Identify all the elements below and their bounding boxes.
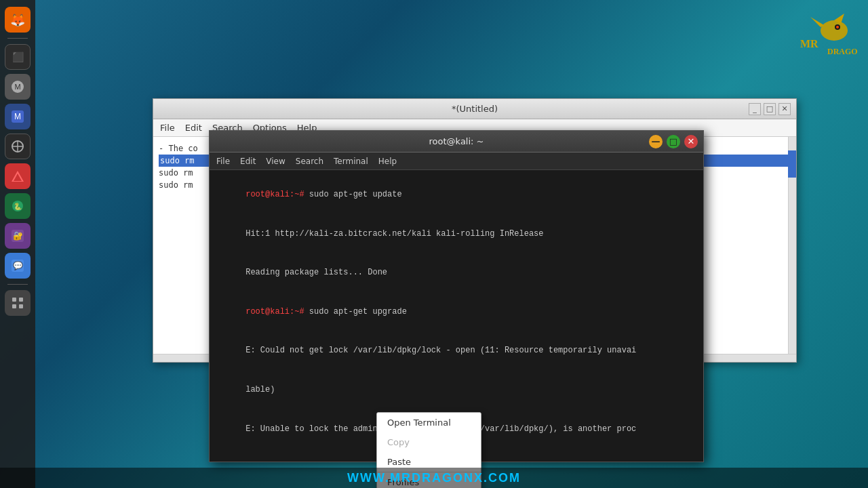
editor-minimize-button[interactable]: _ xyxy=(749,103,761,115)
term-cmd-4: sudo apt-get upgrade xyxy=(309,307,407,317)
svg-point-19 xyxy=(821,20,848,41)
svg-text:M: M xyxy=(14,83,20,91)
logo: MR DRAGON xyxy=(793,7,861,61)
editor-close-button[interactable]: ✕ xyxy=(778,103,791,115)
term-output-3: Reading package lists... Done xyxy=(245,268,387,277)
app-grid-icon[interactable] xyxy=(5,290,31,316)
svg-text:DRAGON: DRAGON xyxy=(827,47,858,56)
editor-title: *(Untitled) xyxy=(452,104,498,114)
app7-icon[interactable]: 💬 xyxy=(5,253,31,279)
svg-text:💬: 💬 xyxy=(13,260,23,270)
svg-point-23 xyxy=(836,26,839,28)
svg-text:MR: MR xyxy=(800,38,818,49)
copy-item: Copy xyxy=(377,432,481,452)
taskbar-separator xyxy=(7,38,28,39)
terminal-title: root@kali: ~ xyxy=(429,136,484,146)
watermark-text: WWW.MRDRAGONX.COM xyxy=(347,471,521,485)
term-line-5: E: Could not get lock /var/lib/dpkg/lock… xyxy=(216,331,696,371)
editor-menu-edit[interactable]: Edit xyxy=(185,123,202,133)
terminal-minimize-button[interactable]: — xyxy=(649,135,663,148)
app4-icon[interactable] xyxy=(5,163,31,189)
svg-rect-18 xyxy=(19,304,23,308)
svg-rect-16 xyxy=(19,298,23,302)
app3-icon[interactable] xyxy=(5,134,31,159)
term-prompt-1: root@kali:~# xyxy=(245,190,309,199)
terminal-window-buttons: — □ ✕ xyxy=(649,135,698,148)
term-line-4: root@kali:~# sudo apt-get upgrade xyxy=(216,293,696,332)
app1-icon[interactable]: M xyxy=(5,74,31,100)
term-line-6: lable) xyxy=(216,371,696,410)
open-terminal-item[interactable]: Open Terminal xyxy=(377,413,481,432)
terminal-titlebar: root@kali: ~ — □ ✕ xyxy=(210,131,703,152)
svg-text:🔐: 🔐 xyxy=(13,230,23,241)
terminal-menu-file[interactable]: File xyxy=(216,157,230,166)
terminal-icon[interactable]: ⬛ xyxy=(5,44,31,70)
editor-titlebar: *(Untitled) _ □ ✕ xyxy=(153,99,796,119)
watermark: WWW.MRDRAGONX.COM xyxy=(0,468,868,488)
term-prompt-4: root@kali:~# xyxy=(245,307,309,317)
term-error-6: lable) xyxy=(245,385,275,394)
svg-text:🐍: 🐍 xyxy=(14,202,22,211)
terminal-menu-view[interactable]: View xyxy=(266,157,285,166)
term-line-2: Hit:1 http://kali-za.bitcrack.net/kali k… xyxy=(216,215,696,254)
term-error-5: E: Could not get lock /var/lib/dpkg/lock… xyxy=(245,346,636,355)
term-line-3: Reading package lists... Done xyxy=(216,253,696,293)
editor-scrollbar-thumb[interactable] xyxy=(788,150,796,178)
taskbar: 🦊 ⬛ M M 🐍 🔐 💬 xyxy=(0,0,35,488)
app5-icon[interactable]: 🐍 xyxy=(5,193,31,219)
term-cmd-1: sudo apt-get update xyxy=(309,190,402,199)
term-output-2: Hit:1 http://kali-za.bitcrack.net/kali k… xyxy=(245,229,543,239)
svg-text:M: M xyxy=(14,112,21,121)
logo-svg: MR DRAGON xyxy=(797,10,858,58)
editor-menu-file[interactable]: File xyxy=(160,123,175,133)
terminal-menu-terminal[interactable]: Terminal xyxy=(334,157,368,166)
term-line-1: root@kali:~# sudo apt-get update xyxy=(216,176,696,215)
terminal-menu-search[interactable]: Search xyxy=(296,157,323,166)
terminal-menu-edit[interactable]: Edit xyxy=(240,157,256,166)
editor-window-buttons: _ □ ✕ xyxy=(749,103,791,115)
terminal-close-button[interactable]: ✕ xyxy=(684,135,698,148)
editor-maximize-button[interactable]: □ xyxy=(764,103,776,115)
terminal-menu-help[interactable]: Help xyxy=(378,157,397,166)
firefox-icon[interactable]: 🦊 xyxy=(5,7,31,33)
svg-rect-17 xyxy=(12,304,16,308)
svg-rect-15 xyxy=(12,298,16,302)
terminal-menubar: File Edit View Search Terminal Help xyxy=(210,152,703,170)
app6-icon[interactable]: 🔐 xyxy=(5,223,31,249)
terminal-maximize-button[interactable]: □ xyxy=(667,135,680,148)
svg-marker-21 xyxy=(810,17,824,27)
app2-icon[interactable]: M xyxy=(5,104,31,129)
editor-scrollbar-right[interactable] xyxy=(788,137,796,362)
taskbar-separator-2 xyxy=(7,284,28,285)
